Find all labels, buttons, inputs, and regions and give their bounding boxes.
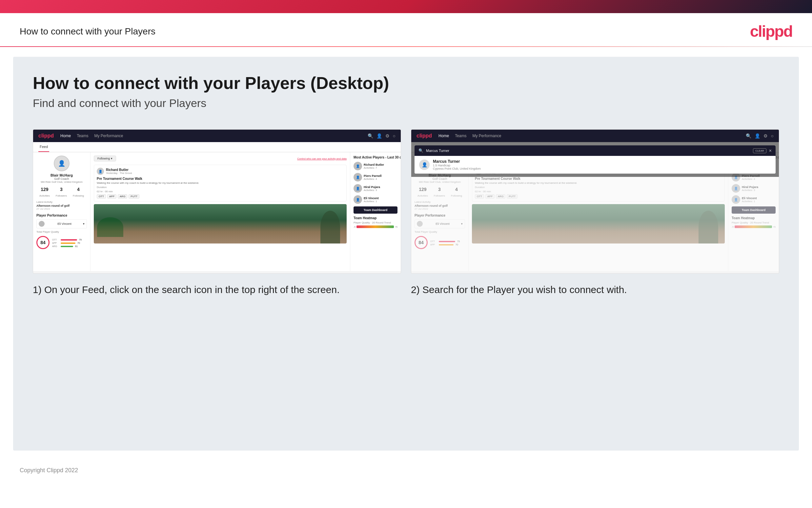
app-app-fill-1: [61, 243, 76, 244]
app-arg-bar-1: ARG 61: [52, 245, 87, 247]
settings-icon-2[interactable]: ⚙: [763, 133, 768, 138]
app-player-eli-acts-1: Activities: 1: [364, 200, 379, 203]
app-activity-duration-1: Duration: [97, 186, 344, 189]
app-quality-label-1: Total Player Quality: [36, 230, 87, 233]
app-player-piers-name-1: Piers Parnell: [364, 174, 382, 177]
golfer-silhouette-1: [321, 211, 340, 244]
avatar-icon-1[interactable]: ○: [393, 133, 395, 138]
search-icon-1[interactable]: 🔍: [368, 133, 373, 138]
app-activity-user-1: 👤 Richard Butler Yesterday · The Grove: [97, 168, 344, 175]
app-stats-2: 129 Activities 3 Followers 4 Following: [415, 187, 465, 198]
app-logo-2: clippd: [417, 133, 432, 139]
copyright-text: Copyright Clippd 2022: [20, 467, 78, 473]
app-right-1: Most Active Players - Last 30 days 👤 Ric…: [350, 152, 401, 271]
app-player-richard-1: 👤 Richard Butler Activities: 7: [353, 162, 397, 170]
app-following-btn-1[interactable]: Following ▾: [94, 156, 116, 162]
top-bar: [0, 0, 812, 13]
page-heading: How to connect with your Players (Deskto…: [33, 73, 779, 93]
search-input-row: 🔍 CLEAR ×: [415, 145, 776, 156]
app-role-2: Golf Coach: [415, 177, 465, 180]
app-player-piers-avatar-1: 👤: [353, 173, 362, 181]
app-activity-name-1: Richard Butler: [106, 168, 132, 172]
app-tag-arg-1: ARG: [118, 194, 127, 199]
app-nav-links-2: Home Teams My Performance: [438, 134, 501, 138]
app-player-eli-1: 👤 Eli Vincent Activities: 1: [353, 195, 397, 204]
app-tag-putt-1: PUTT: [129, 194, 139, 199]
search-result-avatar: 👤: [419, 160, 430, 170]
app-player-richard-name-1: Richard Butler: [364, 163, 384, 166]
app-nav-links-1: Home Teams My Performance: [60, 134, 123, 138]
page-subheading: Find and connect with your Players: [33, 97, 779, 110]
search-input[interactable]: [426, 149, 753, 153]
app-team-dash-btn-1[interactable]: Team Dashboard: [353, 206, 397, 214]
app-nav-teams-1[interactable]: Teams: [77, 134, 88, 138]
app-latest-activity-1: Latest Activity Afternoon round of golf …: [36, 201, 87, 210]
app-score-circle-1: 84: [36, 236, 50, 249]
header: How to connect with your Players clippd: [0, 13, 812, 46]
settings-icon-1[interactable]: ⚙: [385, 133, 390, 138]
search-result-handicap: 1.5 Handicap: [433, 164, 481, 167]
app-left-1: 👤 Blair McHarg Golf Coach Mill Ride Golf…: [33, 152, 91, 271]
app-heatmap-bar-fill-1: [356, 225, 394, 228]
app-player-select-name-1: Eli Vincent: [57, 222, 71, 225]
app-player-select-2: Eli Vincent ▾: [415, 219, 465, 228]
app-nav-home-1[interactable]: Home: [60, 134, 71, 138]
app-golf-image-2: [472, 204, 725, 244]
app-control-link-1[interactable]: Control who can see your activity and da…: [297, 157, 347, 160]
app-stat-activities-label-1: Activities: [39, 194, 50, 197]
app-heatmap-subtitle-1: Player Quality · 20 Round Trend: [353, 221, 397, 224]
app-player-select-1[interactable]: Eli Vincent ▾: [36, 219, 87, 228]
app-player-perf-title-1: Player Performance: [36, 214, 87, 217]
search-icon-2[interactable]: 🔍: [746, 133, 751, 138]
app-arg-fill-1: [61, 246, 73, 247]
avatar-icon-2[interactable]: ○: [771, 133, 774, 138]
caption-1: 1) On your Feed, click on the search ico…: [33, 283, 401, 297]
header-divider: [0, 46, 812, 47]
app-nav-home-2[interactable]: Home: [438, 134, 449, 138]
app-player-hiral-avatar-1: 👤: [353, 184, 362, 193]
app-nav-icons-1: 🔍 👤 ⚙ ○: [368, 133, 395, 138]
app-score-circle-2: 84: [415, 236, 428, 249]
app-feed-tab-1: Feed: [33, 142, 401, 152]
app-player-select-chevron-1: ▾: [83, 222, 85, 225]
search-result-item[interactable]: 👤 Marcus Turner 1.5 Handicap Cypress Poi…: [415, 156, 776, 174]
logo: clippd: [750, 22, 792, 40]
user-icon-2[interactable]: 👤: [755, 133, 760, 138]
app-player-eli-avatar-1: 👤: [353, 195, 362, 204]
app-heatmap-title-1: Team Heatmap: [353, 216, 397, 220]
app-nav-teams-2[interactable]: Teams: [455, 134, 466, 138]
app-nav-2: clippd Home Teams My Performance 🔍 👤 ⚙ ○: [411, 130, 779, 142]
app-nav-myperformance-1[interactable]: My Performance: [94, 134, 123, 138]
app-activity-avatar-1: 👤: [97, 168, 104, 175]
app-body-1: 👤 Blair McHarg Golf Coach Mill Ride Golf…: [33, 152, 401, 271]
app-player-perf-title-2: Player Performance: [415, 214, 465, 217]
app-activity-card-1: 👤 Richard Butler Yesterday · The Grove P…: [94, 165, 347, 202]
app-tag-ott-1: OTT: [97, 194, 106, 199]
app-middle-1: Following ▾ Control who can see your act…: [91, 152, 350, 271]
search-clear-button[interactable]: CLEAR: [753, 148, 766, 153]
search-overlay: 🔍 CLEAR × 👤 Marcus Turner 1.5 Handicap C…: [411, 142, 779, 177]
app-app-bar-1: APP 70: [52, 242, 87, 244]
page-title: How to connect with your Players: [20, 26, 155, 37]
app-player-sm-avatar-1: [39, 221, 45, 227]
app-heatmap-bar-1: -5 +5: [353, 225, 397, 228]
app-nav-myperformance-2[interactable]: My Performance: [472, 134, 501, 138]
app-name-1: Blair McHarg: [36, 173, 87, 177]
app-tag-app-1: APP: [107, 194, 116, 199]
app-player-hiral-acts-1: Activities: 3: [364, 189, 380, 192]
app-activity-duration-val-1: 02 hr : 00 min: [97, 190, 344, 193]
app-feed-tab-item-1[interactable]: Feed: [38, 142, 49, 152]
caption-2: 2) Search for the Player you wish to con…: [411, 283, 779, 297]
app-player-hiral-1: 👤 Hiral Pujara Activities: 3: [353, 184, 397, 193]
app-team-dash-btn-2: Team Dashboard: [732, 206, 776, 214]
app-club-1: Mill Ride Golf Club, United Kingdom: [36, 180, 87, 183]
app-stat-following-label-1: Following: [73, 194, 84, 197]
app-la-date-1: 27 Jul 2022: [36, 207, 87, 210]
app-la-val-1: Afternoon round of golf: [36, 204, 87, 207]
user-icon-1[interactable]: 👤: [377, 133, 382, 138]
app-ott-bar-1: OTT 79: [52, 239, 87, 241]
app-player-piers-1: 👤 Piers Parnell Activities: 4: [353, 173, 397, 181]
panels: clippd Home Teams My Performance 🔍 👤 ⚙ ○: [33, 129, 779, 297]
search-close-icon[interactable]: ×: [769, 148, 772, 153]
search-magnifier-icon: 🔍: [419, 148, 423, 153]
